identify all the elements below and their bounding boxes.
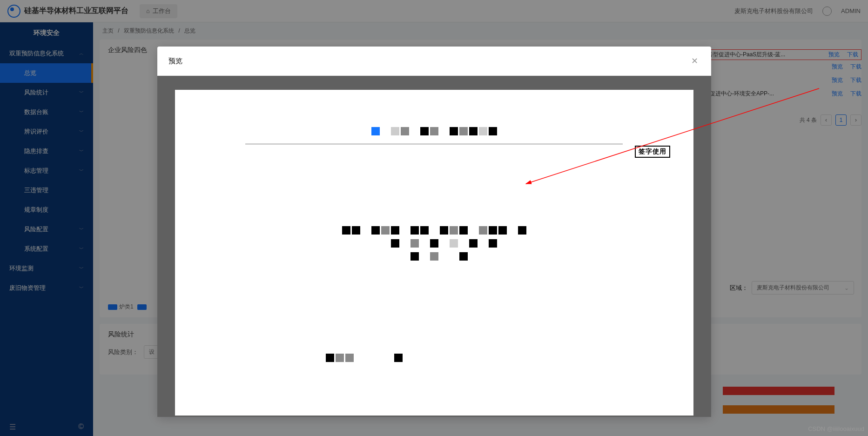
modal-title: 预览 bbox=[168, 57, 182, 66]
pixelated-content: 签字使用 bbox=[198, 127, 670, 362]
watermark-stamp: 签字使用 bbox=[635, 146, 670, 158]
modal-overlay[interactable]: 预览 ✕ 签字使用 bbox=[0, 0, 868, 436]
modal-header: 预览 ✕ bbox=[157, 47, 711, 76]
preview-modal: 预览 ✕ 签字使用 bbox=[157, 47, 711, 417]
csdn-watermark: CSDN @iiiilooaixuud bbox=[808, 425, 864, 432]
modal-body[interactable]: 签字使用 bbox=[157, 76, 711, 417]
document-page: 签字使用 bbox=[175, 90, 693, 416]
close-icon[interactable]: ✕ bbox=[689, 54, 700, 68]
